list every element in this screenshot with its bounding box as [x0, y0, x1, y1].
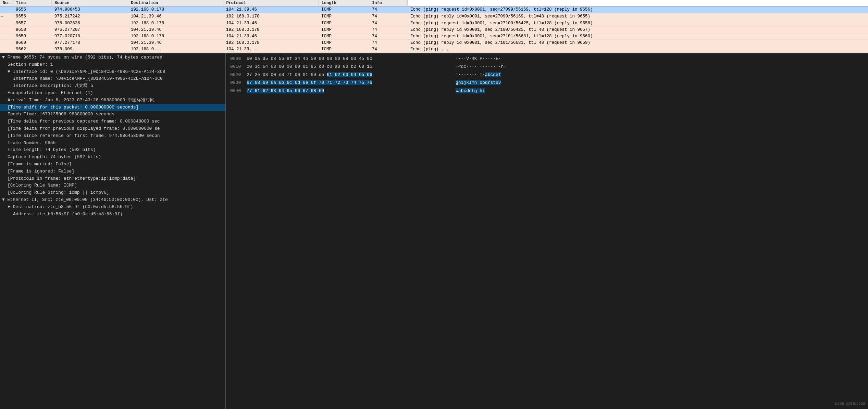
detail-line[interactable]: Address: zte_b8:56:9f (b0:0a:d5:b8:56:9f… [0, 211, 225, 218]
packet-cell-proto: ICMP [319, 46, 369, 53]
packet-arrow [0, 20, 13, 27]
packet-cell-src: 192.168.0.178 [128, 33, 223, 40]
packet-row[interactable]: 9655974.986453192.168.0.178104.21.39.46I… [0, 7, 868, 13]
hex-offset: 0030 [230, 79, 247, 87]
col-header-dst: Destination [128, 0, 223, 7]
hex-ascii: ghijklmn opqrstuv [449, 79, 501, 87]
packet-cell-proto: ICMP [319, 7, 369, 13]
detail-line[interactable]: [Coloring Rule Name: ICMP] [0, 182, 225, 189]
detail-line[interactable]: [Protocols in frame: eth:ethertype:ip:ic… [0, 175, 225, 182]
hex-byte: 72 [335, 80, 343, 85]
detail-line[interactable]: Encapsulation type: Ethernet (1) [0, 90, 225, 97]
detail-line[interactable]: [Time delta from previous captured frame… [0, 118, 225, 125]
hex-byte: 9f [287, 56, 295, 61]
detail-hex-section: ▼ Frame 9655: 74 bytes on wire (592 bits… [0, 53, 868, 409]
hex-row: 0000b0 0a d5 b8 56 9f 34 4b 50 00 00 00 … [230, 55, 864, 63]
packet-row[interactable]: 9662978.009...192.168.0...104.21.39...IC… [0, 46, 868, 53]
hex-byte: 63 [271, 88, 278, 93]
hex-bytes: 67 68 69 6a 6b 6c 6d 6e 6f 70 71 72 73 7… [247, 79, 449, 87]
packet-cell-src: 104.21.39.46 [128, 27, 223, 33]
packet-cell-info: Echo (ping) ... [408, 46, 868, 53]
hex-byte: 6d [295, 80, 302, 85]
detail-line[interactable]: [Time since reference or first frame: 97… [0, 132, 225, 140]
detail-line[interactable]: [Frame is ignored: False] [0, 168, 225, 175]
hex-ascii: ····V·4K P·····E· [449, 55, 501, 63]
detail-line[interactable]: Interface description: 以太网 5 [0, 82, 225, 90]
hex-byte: 68 [359, 64, 367, 69]
detail-line[interactable]: Section number: 1 [0, 61, 225, 68]
hex-byte: 45 [359, 56, 367, 61]
packet-cell-no: 9660 [13, 40, 52, 46]
packet-cell-time: 975.217242 [52, 13, 128, 20]
packet-cell-src: 104.21.39.46 [128, 13, 223, 20]
packet-cell-len: 74 [369, 33, 408, 40]
detail-line[interactable]: Arrival Time: Jan 8, 2023 07:43:26.98880… [0, 97, 225, 104]
col-header-len: Length [319, 0, 369, 7]
hex-byte: 61 [327, 72, 335, 77]
packet-arrow [0, 46, 13, 53]
hex-byte: 00 [335, 56, 343, 61]
detail-line[interactable]: Frame Length: 74 bytes (592 bits) [0, 146, 225, 154]
packet-row[interactable]: 9657976.002636192.168.0.178104.21.39.46I… [0, 20, 868, 27]
packet-cell-dst: 192.168.0.178 [223, 13, 319, 20]
packet-table-body: 9655974.986453192.168.0.178104.21.39.46I… [0, 7, 868, 53]
packet-cell-len: 74 [369, 27, 408, 33]
packet-row[interactable]: 9659977.020718192.168.0.178104.21.39.46I… [0, 33, 868, 40]
hex-offset: 0040 [230, 87, 247, 95]
packet-detail-pane[interactable]: ▼ Frame 9655: 74 bytes on wire (592 bits… [0, 53, 226, 409]
hex-byte: 27 [247, 72, 255, 77]
packet-row[interactable]: 9658976.277207104.21.39.46192.168.0.178I… [0, 27, 868, 33]
hex-byte: 34 [295, 56, 302, 61]
hex-byte: b0 [247, 56, 255, 61]
packet-cell-info: Echo (ping) reply id=0x0001, seq=27100/5… [408, 27, 868, 33]
detail-line[interactable]: Capture Length: 74 bytes (592 bits) [0, 154, 225, 161]
hex-byte: 80 [295, 64, 302, 69]
hex-byte: 64 [351, 72, 359, 77]
packet-cell-dst: 192.168.0.178 [223, 40, 319, 46]
detail-line[interactable]: [Time shift for this packet: 0.000000000… [0, 104, 225, 111]
hex-byte: 15 [367, 64, 372, 69]
hex-ascii: '······· i·abcdef [449, 71, 501, 79]
detail-line[interactable]: [Time delta from previous displayed fram… [0, 125, 225, 132]
packet-cell-no: 9662 [13, 46, 52, 53]
hex-byte: 65 [359, 72, 367, 77]
packet-row[interactable]: ←9656975.217242104.21.39.46192.168.0.178… [0, 13, 868, 20]
detail-line[interactable]: [Frame is marked: False] [0, 161, 225, 168]
hex-byte: 73 [343, 80, 351, 85]
packet-cell-src: 192.168.0.178 [128, 7, 223, 13]
packet-cell-len: 74 [369, 7, 408, 13]
packet-cell-dst: 104.21.39.46 [223, 33, 319, 40]
hex-byte: 69 [319, 88, 324, 93]
detail-line[interactable]: Epoch Time: 1673135006.988800000 seconds [0, 111, 225, 118]
hex-byte: 6e [303, 80, 311, 85]
packet-list-section: No. Time Source Destination Protocol Len… [0, 0, 868, 53]
hex-byte: 00 [271, 72, 278, 77]
packet-table: No. Time Source Destination Protocol Len… [0, 0, 868, 53]
packet-cell-info: Echo (ping) request id=0x0001, seq=27099… [408, 7, 868, 13]
hex-byte: 00 [319, 56, 327, 61]
hex-bytes: 77 61 62 63 64 65 66 67 68 69 [247, 87, 449, 95]
hex-row: 001000 3c 64 63 00 00 80 01 85 c0 c0 a8 … [230, 63, 864, 71]
detail-line[interactable]: ▼ Frame 9655: 74 bytes on wire (592 bits… [0, 54, 225, 61]
detail-lines: ▼ Frame 9655: 74 bytes on wire (592 bits… [0, 54, 225, 218]
hex-offset: 0020 [230, 71, 247, 79]
detail-line[interactable]: Frame Number: 9655 [0, 140, 225, 147]
col-header-no: No. [0, 0, 13, 7]
detail-line[interactable]: [Coloring Rule String: icmp || icmpv6] [0, 189, 225, 196]
hex-byte: 08 [343, 56, 351, 61]
detail-line[interactable]: ▼ Destination: zte_b8:56:9f (b0:0a:d5:b8… [0, 204, 225, 211]
detail-line[interactable]: Interface name: \Device\NPF_{0D184C59-49… [0, 75, 225, 82]
packet-cell-dst: 104.21.39.46 [223, 7, 319, 13]
hex-byte: 01 [303, 64, 311, 69]
hex-byte: 69 [263, 80, 271, 85]
packet-cell-time: 976.002636 [52, 20, 128, 27]
hex-byte: 00 [287, 64, 295, 69]
packet-cell-src: 192.168.0.178 [128, 20, 223, 27]
packet-row[interactable]: 9660977.277178104.21.39.46192.168.0.178I… [0, 40, 868, 46]
packet-cell-proto: ICMP [319, 40, 369, 46]
hex-bytes: 27 2e 08 00 e3 7f 00 01 69 db 61 62 63 6… [247, 71, 449, 79]
hex-byte: 68 [255, 80, 262, 85]
detail-line[interactable]: ▼ Ethernet II, Src: zte_00:00:00 (34:4b:… [0, 196, 225, 204]
packet-arrow [0, 33, 13, 40]
detail-line[interactable]: ▼ Interface id: 0 (\Device\NPF_{0D184C59… [0, 68, 225, 76]
